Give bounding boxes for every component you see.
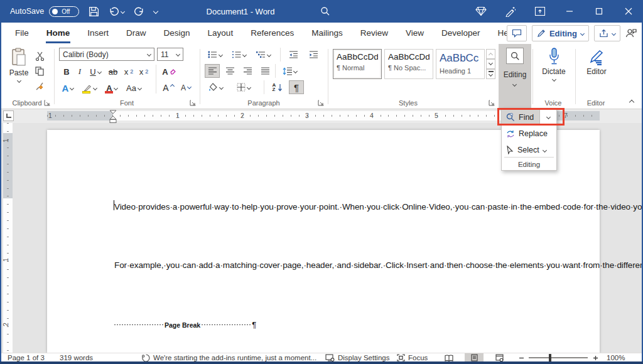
menu-item-select[interactable]: Select	[502, 142, 556, 158]
superscript-glyph: x	[139, 67, 144, 77]
web-layout-button[interactable]	[490, 353, 509, 362]
font-dialog-launcher-icon[interactable]	[190, 100, 196, 106]
page-indicator[interactable]: Page 1 of 3	[8, 353, 45, 362]
zoom-in-button[interactable]	[593, 353, 598, 362]
tab-home[interactable]: Home	[38, 23, 79, 44]
align-left-button[interactable]	[205, 64, 220, 78]
paragraph-2[interactable]: For·example,·you·can·add·a·matching·cove…	[114, 258, 544, 272]
tab-draw[interactable]: Draw	[117, 23, 155, 44]
tab-stop-selector[interactable]	[3, 110, 14, 121]
indent-markers[interactable]	[109, 110, 117, 124]
clipboard-dialog-launcher-icon[interactable]	[44, 100, 50, 106]
editor-button[interactable]: Editor	[579, 49, 614, 76]
grow-font-button[interactable]: A	[161, 81, 176, 95]
maximize-button[interactable]	[584, 0, 613, 23]
tab-view[interactable]: View	[397, 23, 433, 44]
vertical-ruler[interactable]: 1 1 2	[3, 123, 13, 353]
cut-button[interactable]	[33, 49, 46, 63]
increase-indent-button[interactable]	[305, 48, 322, 62]
align-right-button[interactable]	[240, 64, 255, 78]
autosave-toggle[interactable]: AutoSave Off	[10, 6, 79, 17]
menu-item-replace[interactable]: Replace	[502, 126, 556, 142]
print-layout-button[interactable]	[465, 353, 484, 362]
save-icon[interactable]	[89, 6, 99, 17]
sparkle-pen-icon[interactable]	[495, 0, 525, 23]
style-normal[interactable]: AaBbCcDd ¶ Normal	[333, 49, 382, 79]
find-split-chevron[interactable]	[539, 109, 556, 125]
dictate-button[interactable]: Dictate	[536, 48, 571, 81]
subscript-button[interactable]: x2	[122, 65, 136, 78]
undo-chevron-icon	[121, 9, 125, 13]
tab-review[interactable]: Review	[352, 23, 397, 44]
strikethrough-button[interactable]: ab	[105, 65, 121, 78]
word-count[interactable]: 319 words	[60, 353, 93, 362]
sort-button[interactable]: AZ	[269, 80, 286, 94]
underline-button[interactable]: U	[87, 65, 104, 78]
tab-design[interactable]: Design	[155, 23, 199, 44]
editing-group-button[interactable]: Editing	[499, 44, 531, 109]
comments-button[interactable]	[507, 25, 527, 41]
window-left-border	[0, 23, 1, 361]
italic-button[interactable]: I	[74, 65, 85, 78]
zoom-out-button[interactable]	[519, 353, 524, 362]
paragraph-1[interactable]: Video·provides·a·powerful·way·to·help·yo…	[114, 200, 544, 214]
minimize-button[interactable]	[554, 0, 584, 23]
font-name-combo[interactable]: Calibri (Body)	[59, 48, 154, 61]
decrease-indent-button[interactable]	[285, 48, 301, 62]
tab-layout[interactable]: Layout	[199, 23, 242, 44]
collapse-ribbon-icon[interactable]	[629, 100, 634, 105]
tab-references[interactable]: References	[242, 23, 303, 44]
paragraph-dialog-launcher-icon[interactable]	[318, 100, 324, 106]
shading-button[interactable]	[206, 80, 225, 94]
search-icon[interactable]	[320, 6, 330, 16]
share-button[interactable]	[594, 25, 620, 41]
premium-gem-icon[interactable]	[466, 0, 495, 23]
editing-mode-dropdown[interactable]: Editing	[532, 25, 589, 41]
redo-icon[interactable]	[134, 6, 144, 17]
read-mode-button[interactable]	[440, 353, 458, 362]
paste-button[interactable]: Paste	[5, 48, 33, 82]
highlight-button[interactable]	[80, 81, 99, 95]
close-button[interactable]	[613, 0, 643, 23]
align-center-button[interactable]	[222, 64, 237, 78]
font-size-combo[interactable]: 11	[157, 48, 183, 61]
zoom-level[interactable]: 100%	[607, 353, 625, 362]
copy-button[interactable]	[33, 64, 46, 78]
tab-insert[interactable]: Insert	[78, 23, 117, 44]
contact-person-icon[interactable]	[625, 28, 637, 38]
shrink-font-button[interactable]: A	[178, 81, 193, 95]
styles-gallery-more-button[interactable]	[486, 69, 495, 79]
format-painter-button[interactable]	[33, 79, 46, 93]
styles-scroll-down-button[interactable]	[486, 59, 495, 69]
quick-access-chevron-icon[interactable]	[153, 9, 158, 14]
numbered-list-button[interactable]	[230, 48, 247, 62]
show-formatting-marks-button[interactable]: ¶	[289, 80, 304, 94]
undo-button[interactable]	[109, 6, 124, 17]
display-settings-button[interactable]: Display Settings	[325, 353, 389, 362]
font-name-chevron-icon	[147, 52, 151, 56]
bold-button[interactable]: B	[60, 65, 73, 78]
justify-button[interactable]	[257, 64, 273, 78]
style-no-spacing[interactable]: AaBbCcDd ¶ No Spac...	[384, 49, 433, 79]
multilevel-list-button[interactable]	[254, 48, 273, 62]
numbered-list-icon	[232, 51, 241, 58]
tab-file[interactable]: File	[6, 23, 38, 44]
bullet-list-chevron-icon	[218, 52, 222, 56]
tab-developer[interactable]: Developer	[433, 23, 489, 44]
style-heading1[interactable]: AaBbCc Heading 1	[436, 49, 485, 79]
bullet-list-button[interactable]	[206, 48, 224, 62]
zoom-slider[interactable]	[529, 353, 588, 362]
ribbon-display-options-icon[interactable]	[525, 0, 554, 23]
focus-button[interactable]: Focus	[397, 353, 428, 362]
zoom-thumb[interactable]	[549, 354, 551, 361]
line-spacing-button[interactable]	[280, 64, 299, 78]
styles-dialog-launcher-icon[interactable]	[489, 100, 495, 106]
font-color-button[interactable]: A	[103, 81, 121, 95]
clear-formatting-button[interactable]: A	[161, 65, 177, 78]
change-case-button[interactable]: Aa	[124, 81, 143, 95]
text-effects-button[interactable]: A	[59, 81, 77, 95]
borders-button[interactable]	[234, 80, 254, 94]
styles-scroll-up-button[interactable]	[486, 49, 495, 59]
tab-mailings[interactable]: Mailings	[303, 23, 352, 44]
superscript-button[interactable]: x2	[137, 65, 151, 78]
